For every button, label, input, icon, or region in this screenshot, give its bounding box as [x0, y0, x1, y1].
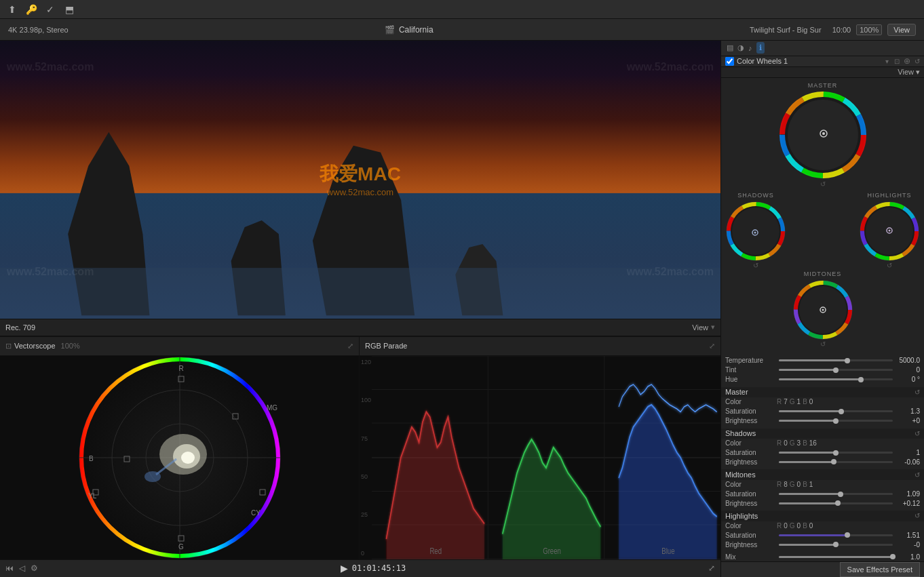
header-left: 4K 23.98p, Stereo — [8, 26, 69, 34]
save-effects-button[interactable]: Save Effects Preset — [840, 562, 920, 577]
shadows-label: SHADOWS — [737, 192, 774, 199]
temperature-fill — [779, 359, 847, 361]
fullscreen-icon[interactable]: ⤢ — [708, 563, 715, 573]
expand-icon[interactable]: ⊡ — [894, 58, 900, 65]
vectorscope-expand-icon[interactable]: ⤢ — [347, 342, 353, 351]
midtones-color-g: 0 — [797, 481, 801, 488]
check-icon[interactable]: ✓ — [43, 3, 57, 16]
master-section-header: Master ↺ — [721, 387, 924, 397]
midtones-wheel-container: MIDTONES ↺ — [792, 271, 853, 348]
midtones-bright-label: Brightness — [725, 500, 776, 507]
shadows-reset-btn2[interactable]: ↺ — [915, 430, 920, 437]
shadows-color-row: Color R 0 G 3 B 16 — [721, 439, 924, 448]
shadows-sat-label: Saturation — [725, 449, 776, 456]
chevron-down-icon: ▾ — [711, 323, 715, 332]
midtones-reset-btn[interactable]: ↺ — [820, 340, 826, 348]
mix-slider[interactable] — [779, 556, 893, 558]
wheels-view-label[interactable]: View ▾ — [898, 68, 920, 77]
temperature-thumb[interactable] — [845, 358, 850, 363]
vectorscope-body: R G B MG YL CY — [0, 356, 359, 559]
right-panel: ▤ ◑ ♪ ℹ Color Wheels 1 ▾ ⊡ ⊕ ↺ View ▾ — [720, 41, 924, 577]
shadows-sat-slider[interactable] — [779, 452, 893, 454]
color-tab-icon[interactable]: ◑ — [737, 43, 744, 52]
svg-point-26 — [145, 471, 161, 482]
video-format-label: 4K 23.98p, Stereo — [8, 26, 69, 34]
app-window: ⬆ 🔑 ✓ ⬒ 4K 23.98p, Stereo 🎬 California T… — [0, 0, 924, 577]
highlights-reset-btn[interactable]: ↺ — [887, 262, 892, 269]
header-timecode: 10:00 — [832, 26, 851, 34]
svg-point-68 — [889, 230, 891, 232]
chevron-down-icon[interactable]: ▾ — [885, 58, 889, 65]
hue-thumb[interactable] — [858, 377, 864, 382]
rock-silhouettes — [0, 41, 720, 319]
midtones-reset-btn2[interactable]: ↺ — [915, 471, 920, 479]
middle-row: 我爱MAC www.52mac.com www.52mac.com www.52… — [0, 41, 924, 577]
svg-text:Green: Green — [543, 546, 561, 556]
shadows-color-r: 0 — [784, 439, 788, 447]
key-icon[interactable]: 🔑 — [24, 3, 38, 16]
reset-icon[interactable]: ↺ — [915, 58, 920, 65]
audio-tab-icon[interactable]: ♪ — [748, 44, 752, 52]
svg-point-24 — [181, 452, 195, 464]
master-sat-row: Saturation 1.3 — [721, 407, 924, 416]
zoom-level[interactable]: 100% — [856, 24, 882, 35]
vectorscope-label: Vectorscope — [14, 342, 56, 350]
info-tab-icon[interactable]: ℹ — [756, 42, 765, 54]
parade-header: RGB Parade ⤢ — [360, 337, 720, 356]
prev-clip-icon[interactable]: ⏮ — [5, 563, 14, 573]
bg-wm2: www.52mac.com — [627, 61, 714, 73]
master-reset-btn[interactable]: ↺ — [915, 389, 920, 396]
shadows-color-label: Color — [725, 439, 776, 447]
bg-wm4: www.52mac.com — [627, 266, 714, 278]
midtones-sat-slider[interactable] — [779, 493, 893, 495]
hue-slider[interactable] — [779, 378, 893, 380]
hue-row: Hue 0 ° — [721, 375, 924, 384]
highlights-color-b: 0 — [809, 522, 813, 530]
parade-expand-icon[interactable]: ⤢ — [709, 342, 715, 351]
shadows-reset-btn[interactable]: ↺ — [753, 262, 758, 269]
master-color-b: 0 — [809, 398, 813, 405]
master-color-g: 1 — [797, 398, 801, 405]
master-sat-slider[interactable] — [779, 410, 893, 412]
hue-fill — [779, 378, 861, 380]
tools-icon[interactable]: ⚙ — [31, 563, 38, 573]
tint-thumb[interactable] — [833, 367, 839, 373]
svg-point-78 — [822, 309, 824, 311]
trim-start-icon[interactable]: ◁ — [19, 563, 25, 573]
highlights-sat-slider[interactable] — [779, 534, 893, 536]
highlights-reset-btn2[interactable]: ↺ — [915, 512, 920, 519]
shadows-highlights-row: SHADOWS — [724, 192, 921, 269]
export-icon[interactable]: ⬒ — [62, 3, 76, 16]
svg-text:YL: YL — [88, 492, 97, 500]
timecode-display: 01:01:45:13 — [352, 563, 406, 573]
temperature-slider[interactable] — [779, 359, 893, 361]
master-label: MASTER — [808, 82, 838, 89]
color-wheels-header: Color Wheels 1 ▾ ⊡ ⊕ ↺ — [721, 56, 924, 68]
bg-wm1: www.52mac.com — [7, 61, 94, 73]
master-sat-label: Saturation — [725, 407, 776, 415]
parade-label: RGB Parade — [365, 342, 407, 350]
svg-text:MG: MG — [267, 404, 277, 412]
color-wheels-checkbox[interactable] — [725, 57, 734, 66]
scale-100: 100 — [361, 397, 371, 403]
midtones-bright-slider[interactable] — [779, 502, 893, 504]
highlights-bright-slider[interactable] — [779, 544, 893, 546]
master-reset-btn[interactable]: ↺ — [820, 180, 826, 188]
upload-icon[interactable]: ⬆ — [5, 3, 19, 16]
tint-slider[interactable] — [779, 369, 893, 371]
midtones-sat-value: 1.09 — [896, 490, 920, 498]
highlights-sat-value: 1.51 — [896, 532, 920, 539]
play-icon[interactable]: ▶ — [341, 563, 348, 574]
shadows-bright-slider[interactable] — [779, 461, 893, 463]
shadows-bright-row: Brightness -0.06 — [721, 458, 924, 467]
master-bright-slider[interactable] — [779, 420, 893, 422]
view-button[interactable]: View — [887, 24, 916, 36]
add-icon[interactable]: ⊕ — [904, 56, 910, 66]
highlights-color-r: 0 — [784, 522, 788, 530]
bottom-right-bar: Save Effects Preset — [721, 561, 924, 577]
view-scopes-label[interactable]: View — [692, 323, 708, 332]
header-bar: 4K 23.98p, Stereo 🎬 California Twilight … — [0, 19, 924, 41]
layout-icon[interactable]: ▤ — [727, 43, 733, 52]
vectorscope-zoom: 100% — [61, 342, 80, 350]
top-toolbar: ⬆ 🔑 ✓ ⬒ — [0, 0, 924, 19]
